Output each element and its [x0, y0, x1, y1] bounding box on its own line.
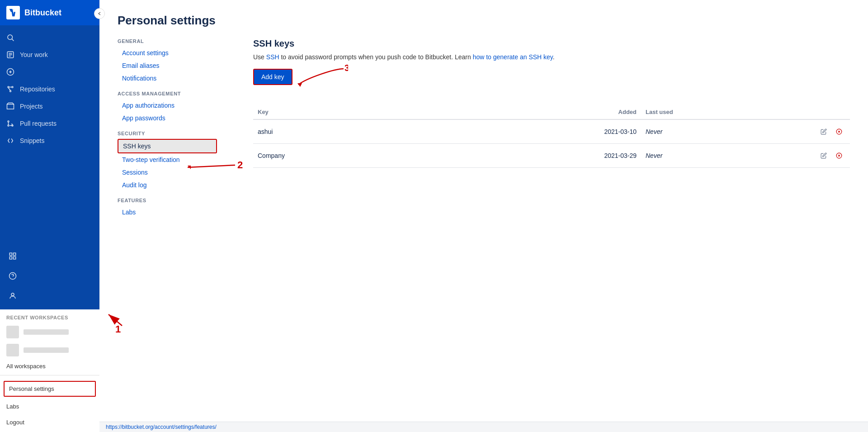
nav-link-labs[interactable]: Labs [118, 206, 217, 218]
nav-link-notifications[interactable]: Notifications [118, 72, 217, 85]
table-row: Company 2021-03-29 Never [253, 144, 850, 168]
page-content: Personal settings GENERAL Account settin… [99, 0, 868, 422]
recent-workspaces-label: RECENT WORKSPACES [0, 309, 99, 323]
nav-link-app-passwords[interactable]: App passwords [118, 112, 217, 124]
status-bar: https://bitbucket.org/account/settings/f… [99, 422, 868, 432]
page-title: Personal settings [118, 14, 850, 28]
workspace-item-2[interactable] [0, 341, 99, 359]
sidebar-label-projects: Projects [20, 103, 43, 110]
svg-point-14 [8, 121, 9, 122]
sidebar-item-create[interactable] [0, 63, 99, 81]
key-lastused-company: Never [641, 144, 760, 168]
svg-marker-25 [297, 83, 302, 87]
key-lastused-ashui: Never [641, 119, 760, 144]
nav-section-access: ACCESS MANAGEMENT [118, 91, 217, 96]
workspace-avatar-1 [6, 326, 19, 338]
nav-link-account-settings[interactable]: Account settings [118, 47, 217, 59]
workspace-name-2 [24, 347, 69, 353]
svg-point-0 [8, 35, 13, 40]
ssh-desc-prefix: Use [253, 53, 266, 61]
sidebar-item-repositories[interactable]: Repositories [0, 81, 99, 98]
workspace-item-1[interactable] [0, 323, 99, 341]
table-header-key: Key [253, 105, 522, 119]
sidebar-item-projects[interactable]: Projects [0, 98, 99, 115]
key-added-company: 2021-03-29 [522, 144, 641, 168]
all-workspaces-link[interactable]: All workspaces [0, 359, 99, 373]
personal-settings-menu-item[interactable]: Personal settings [5, 382, 95, 396]
settings-nav: GENERAL Account settings Email aliases N… [118, 38, 217, 218]
table-row: ashui 2021-03-10 Never [253, 119, 850, 144]
nav-link-two-step[interactable]: Two-step verification [118, 153, 217, 166]
key-actions-ashui [760, 119, 850, 144]
ssh-link[interactable]: SSH [266, 53, 279, 61]
page-wrapper: Personal settings GENERAL Account settin… [99, 0, 868, 432]
sidebar-item-snippets[interactable]: Snippets [0, 132, 99, 149]
ssh-keys-content: SSH keys Use SSH to avoid password promp… [253, 38, 850, 218]
svg-text:3: 3 [344, 64, 348, 73]
nav-link-sessions[interactable]: Sessions [118, 166, 217, 179]
svg-line-13 [9, 88, 11, 90]
sidebar-label-repositories: Repositories [20, 85, 55, 93]
nav-link-app-authorizations[interactable]: App authorizations [118, 99, 217, 112]
workspace-avatar-2 [6, 344, 19, 356]
add-key-button[interactable]: Add key [253, 69, 292, 85]
ssh-desc-middle: to avoid password prompts when you push … [279, 53, 473, 61]
edit-key-ashui-button[interactable] [817, 125, 830, 138]
svg-point-9 [8, 86, 9, 88]
nav-section-general: GENERAL [118, 38, 217, 44]
svg-point-10 [12, 86, 13, 88]
ssh-desc-suffix: . [553, 53, 555, 61]
sidebar: Bitbucket Your work Repositories Project… [0, 0, 99, 432]
svg-point-24 [11, 293, 14, 296]
ssh-keys-title: SSH keys [253, 38, 850, 49]
svg-line-1 [12, 39, 14, 41]
sidebar-label-snippets: Snippets [20, 137, 44, 144]
logout-menu-item[interactable]: Logout [0, 414, 99, 430]
svg-rect-19 [14, 253, 16, 255]
edit-key-company-button[interactable] [817, 149, 830, 162]
labs-menu-item[interactable]: Labs [0, 399, 99, 414]
sidebar-bottom-icons [0, 242, 99, 309]
key-name-company: Company [253, 144, 522, 168]
svg-point-11 [10, 90, 11, 92]
sidebar-nav: Your work Repositories Projects Pull req… [0, 25, 99, 153]
grid-icon-button[interactable] [4, 247, 22, 265]
generate-ssh-link[interactable]: how to generate an SSH key [473, 53, 553, 61]
key-actions-company [760, 144, 850, 168]
sidebar-label-your-work: Your work [20, 51, 48, 58]
sidebar-header: Bitbucket [0, 0, 99, 25]
svg-point-15 [8, 125, 9, 126]
nav-link-ssh-keys[interactable]: SSH keys [118, 139, 217, 153]
key-added-ashui: 2021-03-10 [522, 119, 641, 144]
svg-rect-18 [9, 253, 12, 255]
workspace-name-1 [24, 329, 69, 335]
app-title: Bitbucket [24, 8, 61, 18]
nav-section-features: FEATURES [118, 198, 217, 203]
nav-link-email-aliases[interactable]: Email aliases [118, 59, 217, 72]
status-url: https://bitbucket.org/account/settings/f… [106, 424, 217, 430]
help-icon-button[interactable] [4, 267, 22, 285]
table-header-added: Added [522, 105, 641, 119]
collapse-sidebar-button[interactable] [94, 8, 105, 19]
sidebar-item-search[interactable] [0, 29, 99, 46]
sidebar-item-your-work[interactable]: Your work [0, 46, 99, 63]
sidebar-item-pull-requests[interactable]: Pull requests [0, 115, 99, 132]
sidebar-bottom-panel: RECENT WORKSPACES All workspaces Persona… [0, 309, 99, 432]
delete-key-company-button[interactable] [833, 149, 845, 162]
key-name-ashui: ashui [253, 119, 522, 144]
divider [0, 375, 99, 375]
nav-section-security: SECURITY [118, 131, 217, 136]
delete-key-ashui-button[interactable] [833, 125, 845, 138]
svg-rect-21 [14, 257, 16, 259]
svg-rect-20 [9, 257, 12, 259]
table-header-lastused: Last used [641, 105, 760, 119]
ssh-description: Use SSH to avoid password prompts when y… [253, 53, 850, 61]
user-avatar-button[interactable] [4, 287, 22, 305]
sidebar-label-pull-requests: Pull requests [20, 120, 57, 127]
table-header-actions [760, 105, 850, 119]
nav-link-audit-log[interactable]: Audit log [118, 179, 217, 191]
ssh-keys-table: Key Added Last used ashui 2021-03-10 Nev… [253, 105, 850, 168]
bitbucket-logo [6, 6, 20, 19]
